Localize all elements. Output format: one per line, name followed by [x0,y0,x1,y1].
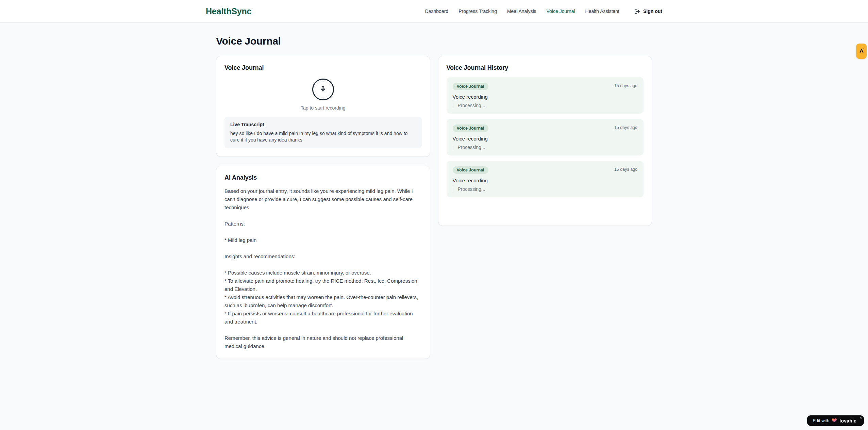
recorder-card-title: Voice Journal [224,64,422,71]
lovable-brand-text: lovable [839,418,856,424]
nav-health-assistant[interactable]: Health Assistant [585,9,619,14]
lovable-badge[interactable]: Edit with lovable × [807,415,864,426]
live-transcript-title: Live Transcript [230,122,416,127]
history-item-2[interactable]: Voice Journal 15 days ago Voice recordin… [447,119,644,155]
recorder-card: Voice Journal Tap to start recording [216,56,430,157]
history-list: Voice Journal 15 days ago Voice recordin… [447,77,644,197]
lovable-prefix-text: Edit with [813,418,829,423]
main-nav: Dashboard Progress Tracking Meal Analysi… [425,9,662,14]
entry-type-badge: Voice Journal [453,83,488,90]
live-transcript-box: Live Transcript hey so like I do have a … [224,117,422,148]
nav-voice-journal[interactable]: Voice Journal [547,9,575,14]
live-transcript-text: hey so like I do have a mild pain in my … [230,130,416,143]
logout-icon [634,9,640,14]
entry-status: Processing... [453,145,638,150]
sign-out-button[interactable]: Sign out [634,9,662,14]
record-button[interactable] [312,79,334,100]
entry-timestamp: 15 days ago [614,125,637,130]
page-title: Voice Journal [216,35,652,47]
nav-progress-tracking[interactable]: Progress Tracking [458,9,497,14]
main-content: Voice Journal Voice Journal [216,23,652,359]
microphone-icon [320,86,326,93]
entry-status: Processing... [453,186,638,192]
sign-out-label: Sign out [643,9,662,14]
ai-analysis-title: AI Analysis [224,174,422,181]
history-item-1[interactable]: Voice Journal 15 days ago Voice recordin… [447,77,644,114]
lovable-close-icon[interactable]: × [860,416,862,420]
entry-status: Processing... [453,103,638,108]
entry-type-badge: Voice Journal [453,166,488,174]
extension-a-icon [858,48,865,55]
ai-analysis-card: AI Analysis Based on your journal entry,… [216,166,430,359]
entry-title: Voice recording [453,136,638,142]
entry-timestamp: 15 days ago [614,83,637,88]
brand-logo[interactable]: HealthSync [206,6,251,16]
entry-type-badge: Voice Journal [453,125,488,132]
extension-tab[interactable] [856,44,867,59]
nav-dashboard[interactable]: Dashboard [425,9,449,14]
history-card: Voice Journal History Voice Journal 15 d… [438,56,652,226]
app-header: HealthSync Dashboard Progress Tracking M… [0,0,868,23]
nav-meal-analysis[interactable]: Meal Analysis [507,9,536,14]
tap-to-record-hint: Tap to start recording [301,105,346,111]
ai-analysis-text: Based on your journal entry, it sounds l… [224,187,422,350]
entry-title: Voice recording [453,94,638,100]
lovable-heart-icon [832,417,837,424]
history-card-title: Voice Journal History [447,64,644,71]
history-item-3[interactable]: Voice Journal 15 days ago Voice recordin… [447,161,644,197]
entry-title: Voice recording [453,178,638,183]
entry-timestamp: 15 days ago [614,166,637,172]
